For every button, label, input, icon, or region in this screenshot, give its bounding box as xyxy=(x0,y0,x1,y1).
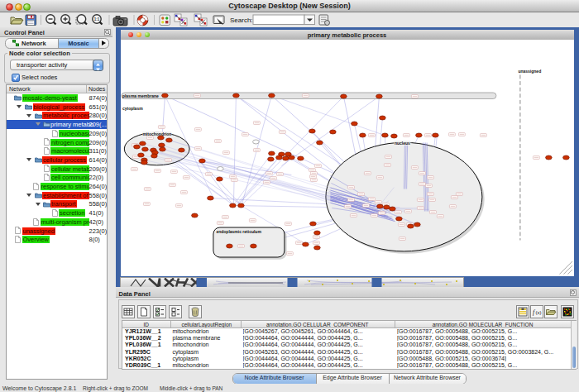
svg-text:mitochondrion: mitochondrion xyxy=(142,131,171,136)
svg-text:unassigned: unassigned xyxy=(518,69,541,74)
svg-text:plasma membrane: plasma membrane xyxy=(122,93,158,98)
svg-text:(x): (x) xyxy=(536,310,542,315)
svg-text:Search:: Search: xyxy=(230,17,253,24)
svg-text:nucleus: nucleus xyxy=(394,140,409,145)
svg-text:1:1: 1:1 xyxy=(94,17,100,22)
svg-text:endoplasmic reticulum: endoplasmic reticulum xyxy=(216,229,261,234)
svg-text:cytoplasm: cytoplasm xyxy=(122,106,142,111)
